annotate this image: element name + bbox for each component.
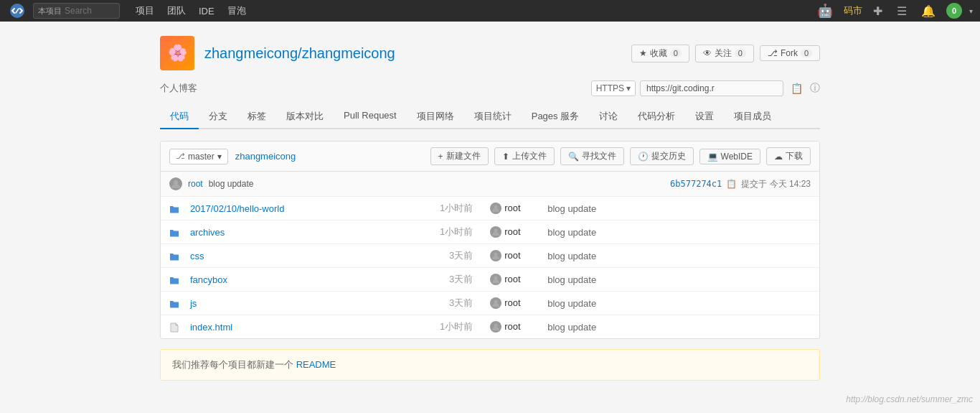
clone-url-display: https://git.coding.r — [640, 80, 783, 96]
tab-members[interactable]: 项目成员 — [724, 105, 781, 129]
nav-item-team[interactable]: 团队 — [161, 1, 192, 20]
file-commit-message: blog update — [539, 268, 819, 292]
svg-point-8 — [494, 323, 498, 327]
top-nav: 本项目 项目 团队 IDE 冒泡 🤖 码市 ✚ ☰ 🔔 0 ▾ — [0, 0, 980, 22]
svg-point-5 — [494, 252, 498, 256]
search-input[interactable] — [65, 6, 115, 16]
tab-tag[interactable]: 标签 — [237, 105, 276, 129]
readme-link[interactable]: README — [296, 359, 336, 370]
star-icon: ★ — [639, 48, 647, 58]
nav-item-ide[interactable]: IDE — [193, 3, 220, 19]
tab-version-compare[interactable]: 版本对比 — [276, 105, 334, 129]
notification-icon[interactable]: 🔔 — [918, 3, 939, 19]
folder-icon — [169, 274, 186, 285]
webide-button[interactable]: 💻 WebIDE — [699, 149, 760, 164]
project-description-bar: 个人博客 HTTPS ▾ https://git.coding.r 📋 ⓘ — [160, 80, 820, 96]
fork-button[interactable]: ⎇ Fork 0 — [760, 45, 820, 61]
fork-label: Fork — [781, 48, 798, 58]
readme-hint: 我们推荐每个项目都新建一个 README — [160, 349, 820, 381]
project-name: zhangmeicong/zhangmeicong — [204, 45, 395, 62]
file-commit-message: blog update — [539, 221, 819, 244]
file-toolbar: ⎇ master ▾ zhangmeicong + 新建文件 ⬆ 上传文件 🔍 … — [161, 141, 819, 172]
watch-button[interactable]: 👁 关注 0 — [695, 45, 754, 62]
chevron-down-icon[interactable]: ▾ — [969, 7, 973, 15]
svg-point-7 — [494, 300, 498, 303]
star-button[interactable]: ★ 收藏 0 — [631, 45, 689, 62]
file-author: root — [481, 268, 539, 292]
table-row: index.html 1小时前 root blog update — [161, 315, 819, 339]
download-button[interactable]: ☁ 下载 — [766, 147, 811, 165]
clone-copy-icon[interactable]: 📋 — [788, 81, 806, 96]
branch-selector[interactable]: ⎇ master ▾ — [169, 149, 228, 164]
watch-count: 0 — [735, 49, 746, 57]
svg-point-4 — [494, 228, 498, 232]
download-label: 下载 — [786, 150, 803, 162]
find-file-button[interactable]: 🔍 寻找文件 — [560, 147, 624, 165]
commit-history-label: 提交历史 — [651, 150, 686, 162]
author-avatar — [490, 321, 501, 333]
table-row: css 3天前 root blog update — [161, 244, 819, 268]
breadcrumb: zhangmeicong — [235, 151, 296, 162]
file-commit-message: blog update — [539, 244, 819, 268]
file-name[interactable]: index.html — [190, 322, 232, 333]
clone-protocol-label: HTTPS — [596, 83, 624, 93]
tab-discussion[interactable]: 讨论 — [589, 105, 628, 129]
file-time: 1小时前 — [424, 197, 481, 221]
commit-username: root — [188, 179, 203, 189]
clone-protocol-selector[interactable]: HTTPS ▾ — [591, 80, 636, 96]
project-avatar: 🌸 — [160, 36, 194, 70]
file-time: 1小时前 — [424, 315, 481, 339]
commit-message: blog update — [209, 179, 254, 189]
tab-branch[interactable]: 分支 — [199, 105, 237, 129]
commit-history-button[interactable]: 🕐 提交历史 — [630, 147, 694, 165]
readme-hint-text: 我们推荐每个项目都新建一个 — [172, 359, 293, 370]
branch-name: master — [188, 152, 215, 162]
author-name: root — [504, 321, 520, 332]
svg-point-3 — [494, 205, 498, 208]
nav-item-project[interactable]: 项目 — [130, 1, 160, 20]
clone-help-icon[interactable]: ⓘ — [810, 82, 820, 95]
file-name[interactable]: archives — [190, 227, 225, 238]
webide-icon: 💻 — [707, 152, 718, 162]
site-logo[interactable] — [7, 1, 27, 21]
main-content: 🌸 zhangmeicong/zhangmeicong ★ 收藏 0 👁 关注 … — [153, 22, 827, 395]
nav-links: 项目 团队 IDE 冒泡 — [130, 1, 252, 20]
author-avatar — [490, 226, 501, 238]
upload-file-button[interactable]: ⬆ 上传文件 — [494, 147, 555, 165]
star-count: 0 — [670, 49, 682, 57]
tab-pull-request[interactable]: Pull Request — [334, 105, 407, 129]
tab-network[interactable]: 项目网络 — [407, 105, 464, 129]
project-name-link[interactable]: zhangmeicong/zhangmeicong — [204, 45, 395, 61]
file-browser: ⎇ master ▾ zhangmeicong + 新建文件 ⬆ 上传文件 🔍 … — [160, 141, 820, 339]
folder-icon — [169, 297, 186, 309]
tab-pages[interactable]: Pages 服务 — [522, 105, 589, 129]
webide-label: WebIDE — [721, 152, 753, 162]
file-name[interactable]: js — [190, 298, 197, 309]
ma-shi-button[interactable]: 码市 — [844, 4, 862, 17]
commit-hash[interactable]: 6b577274c1 — [670, 179, 722, 189]
fork-icon: ⎇ — [768, 48, 778, 58]
nav-item-bubble[interactable]: 冒泡 — [222, 1, 252, 20]
branch-chevron-icon: ▾ — [217, 152, 222, 162]
user-avatar[interactable]: 0 — [946, 3, 962, 19]
tab-statistics[interactable]: 项目统计 — [464, 105, 522, 129]
project-actions: ★ 收藏 0 👁 关注 0 ⎇ Fork 0 — [631, 45, 820, 62]
copy-commit-icon[interactable]: 📋 — [726, 179, 737, 189]
file-author: root — [481, 197, 539, 221]
search-box[interactable]: 本项目 — [33, 3, 120, 19]
tab-analysis[interactable]: 代码分析 — [628, 105, 685, 129]
file-name[interactable]: 2017/02/10/hello-world — [190, 203, 285, 214]
robot-icon: 🤖 — [814, 1, 837, 20]
file-name[interactable]: css — [190, 251, 204, 261]
author-avatar — [490, 250, 501, 261]
folder-icon — [169, 226, 186, 238]
commit-info-bar: root blog update 6b577274c1 📋 提交于 今天 14:… — [161, 172, 819, 197]
add-icon[interactable]: ✚ — [870, 3, 886, 19]
file-time: 3天前 — [424, 292, 481, 315]
clone-protocol-chevron: ▾ — [626, 83, 631, 93]
menu-icon[interactable]: ☰ — [893, 3, 910, 19]
tab-code[interactable]: 代码 — [160, 105, 199, 129]
new-file-button[interactable]: + 新建文件 — [430, 147, 489, 165]
tab-settings[interactable]: 设置 — [685, 105, 724, 129]
file-name[interactable]: fancybox — [190, 274, 227, 285]
